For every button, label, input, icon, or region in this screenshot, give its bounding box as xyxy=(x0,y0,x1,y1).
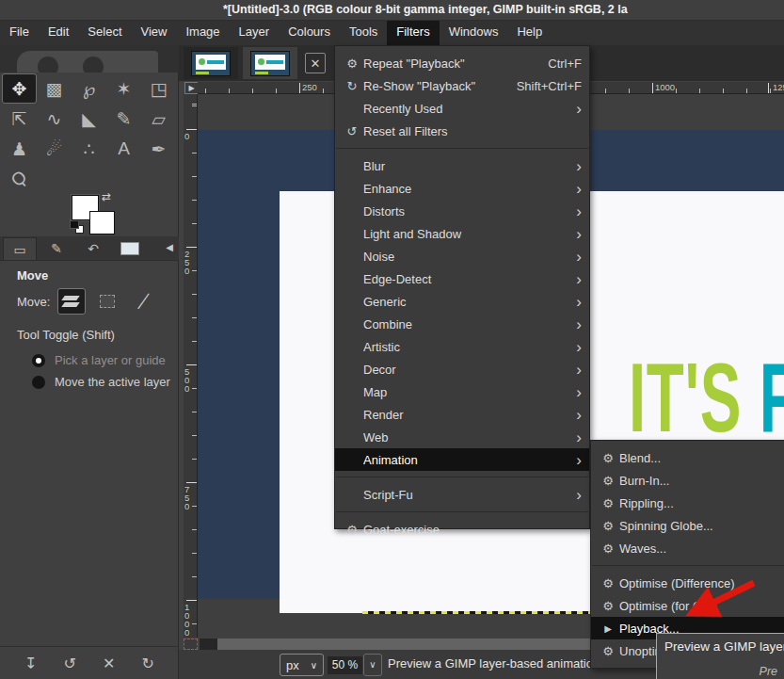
ruler-corner-button[interactable]: ▶ xyxy=(184,82,199,94)
default-colors-icon[interactable] xyxy=(70,219,85,234)
quick-mask-toggle[interactable] xyxy=(184,639,198,650)
menu-item-repeat-playback[interactable]: ⚙Repeat "Playback"Ctrl+F xyxy=(335,52,589,74)
menubar-item-windows[interactable]: Windows xyxy=(440,21,508,45)
menubar-item-select[interactable]: Select xyxy=(78,21,131,45)
zoom-dropdown-button[interactable]: ∨ xyxy=(363,654,382,676)
free-select-tool-icon: ℘ xyxy=(83,78,95,100)
bucket-fill-tool[interactable]: ◣ xyxy=(72,104,106,134)
menu-bar: FileEditSelectViewImageLayerColoursTools… xyxy=(0,21,784,45)
radio-option-move-the-active-layer[interactable]: Move the active layer xyxy=(0,367,179,389)
menu-item-decor[interactable]: Decor› xyxy=(335,358,589,380)
move-selection-mode-button[interactable] xyxy=(93,288,121,315)
submenu-arrow-icon: › xyxy=(570,452,582,468)
menubar-item-help[interactable]: Help xyxy=(507,21,552,45)
menu-item-script-fu[interactable]: Script-Fu› xyxy=(335,483,589,506)
move-path-mode-button[interactable]: ╱ xyxy=(129,288,157,315)
submenu-arrow-icon: › xyxy=(570,249,582,265)
menu-item-combine[interactable]: Combine› xyxy=(335,313,589,335)
menu-item-waves[interactable]: ⚙Waves... xyxy=(591,537,784,559)
menu-item-artistic[interactable]: Artistic› xyxy=(335,335,589,358)
background-color-swatch[interactable] xyxy=(89,211,115,234)
free-select-tool[interactable]: ℘ xyxy=(72,73,106,104)
menu-item-label: Re-Show "Playback" xyxy=(363,79,500,93)
move-tool[interactable]: ✥ xyxy=(2,73,37,104)
gear-icon: ⚙ xyxy=(597,576,619,590)
menu-item-blend[interactable]: ⚙Blend... xyxy=(591,446,784,469)
radio-option-pick-a-layer-or-guide[interactable]: Pick a layer or guide xyxy=(0,346,179,367)
image-tab-2[interactable] xyxy=(243,47,297,79)
text-tool[interactable]: A xyxy=(106,134,141,164)
menu-item-generic[interactable]: Generic› xyxy=(335,290,589,313)
restore-preset-button[interactable]: ↺ xyxy=(64,655,76,672)
menu-item-edge-detect[interactable]: Edge-Detect› xyxy=(335,267,589,290)
tab-device-status-icon: ✎ xyxy=(51,241,62,256)
tab-tool-options[interactable]: ▭ xyxy=(3,237,37,260)
menu-item-distorts[interactable]: Distorts› xyxy=(335,200,589,222)
menubar-item-view[interactable]: View xyxy=(132,21,177,45)
fuzzy-select-tool[interactable]: ✶ xyxy=(106,73,141,104)
colour-picker-tool[interactable]: ✒ xyxy=(141,134,176,164)
close-tab-button[interactable]: ✕ xyxy=(305,53,326,73)
menu-item-render[interactable]: Render› xyxy=(335,403,589,426)
paintbrush-tool[interactable]: ✎ xyxy=(106,104,141,134)
vertical-ruler[interactable]: 02505007501000 xyxy=(184,94,198,638)
tab-device-status[interactable]: ✎ xyxy=(40,237,73,260)
transform-tool-icon: ⇱ xyxy=(12,108,27,130)
menu-item-rippling[interactable]: ⚙Rippling... xyxy=(591,492,784,514)
image-tab-thumbnail xyxy=(191,51,231,76)
dock-collapse-icon[interactable]: ◀ xyxy=(166,242,173,252)
menubar-item-tools[interactable]: Tools xyxy=(340,21,387,45)
menubar-item-filters[interactable]: Filters xyxy=(387,21,439,45)
save-preset-button[interactable]: ↧ xyxy=(24,655,37,672)
reset-options-button[interactable]: ↻ xyxy=(142,655,154,672)
menu-item-label: Noise xyxy=(363,250,570,264)
menu-item-light-and-shadow[interactable]: Light and Shadow› xyxy=(335,222,589,245)
menu-separator xyxy=(336,506,588,512)
menu-item-recently-used[interactable]: Recently Used› xyxy=(335,97,589,120)
warp-tool-icon: ∿ xyxy=(47,108,62,130)
zoom-tool[interactable]: Ϙ xyxy=(2,164,37,194)
menu-item-optimise-for-gif[interactable]: ⚙Optimise (for GIF) xyxy=(591,594,784,617)
menubar-item-layer[interactable]: Layer xyxy=(230,21,280,45)
delete-preset-button[interactable]: ✕ xyxy=(103,655,115,672)
smudge-tool[interactable]: ☄ xyxy=(37,134,72,164)
transform-tool[interactable]: ⇱ xyxy=(2,104,37,134)
menu-item-web[interactable]: Web› xyxy=(335,426,589,448)
menu-item-noise[interactable]: Noise› xyxy=(335,245,589,267)
menu-item-reset-all-filters[interactable]: ↺Reset all Filters xyxy=(335,120,589,142)
menu-item-animation[interactable]: Animation› xyxy=(335,448,589,471)
menubar-item-file[interactable]: File xyxy=(0,21,39,45)
submenu-arrow-icon: › xyxy=(570,384,582,400)
image-headline-text: IT'S F xyxy=(629,342,784,454)
menu-item-spinning-globe[interactable]: ⚙Spinning Globe... xyxy=(591,514,784,537)
crop-tool[interactable]: ◳ xyxy=(141,73,176,104)
tab-image-thumbnail[interactable] xyxy=(113,237,147,260)
reset-icon: ↺ xyxy=(341,124,363,138)
airbrush-tool[interactable]: ∴ xyxy=(72,134,106,164)
radio-button[interactable] xyxy=(32,354,45,367)
menu-item-re-show-playback[interactable]: ↻Re-Show "Playback"Shift+Ctrl+F xyxy=(335,74,589,97)
chevron-down-icon: ∨ xyxy=(311,660,317,671)
menu-item-map[interactable]: Map› xyxy=(335,380,589,403)
image-tab-1[interactable] xyxy=(184,47,238,79)
eraser-tool[interactable]: ▱ xyxy=(141,104,176,134)
menubar-item-colours[interactable]: Colours xyxy=(279,21,340,45)
unit-dropdown[interactable]: px ∨ xyxy=(280,654,324,676)
menu-item-enhance[interactable]: Enhance› xyxy=(335,177,589,200)
menubar-item-edit[interactable]: Edit xyxy=(39,21,78,45)
tab-undo-history[interactable]: ↶ xyxy=(76,237,110,260)
warp-tool[interactable]: ∿ xyxy=(37,104,72,134)
tooltip-hint: Pre xyxy=(760,665,777,678)
swap-colors-icon[interactable]: ⇄ xyxy=(102,190,111,203)
menu-item-burn-in[interactable]: ⚙Burn-In... xyxy=(591,469,784,492)
menu-item-blur[interactable]: Blur› xyxy=(335,154,589,177)
rectangle-select-tool[interactable]: ▩ xyxy=(37,73,72,104)
menu-item-optimise-difference[interactable]: ⚙Optimise (Difference) xyxy=(591,572,784,594)
menubar-item-image[interactable]: Image xyxy=(176,21,229,45)
chevron-down-icon: ∨ xyxy=(369,659,376,670)
clone-tool[interactable]: ♟ xyxy=(2,134,37,164)
zoom-level-field[interactable]: 50 % xyxy=(328,656,362,674)
move-layer-mode-button[interactable] xyxy=(57,288,86,315)
menu-item-goat-exercise[interactable]: ⚙Goat-exercise xyxy=(335,518,589,541)
radio-button[interactable] xyxy=(32,376,45,389)
